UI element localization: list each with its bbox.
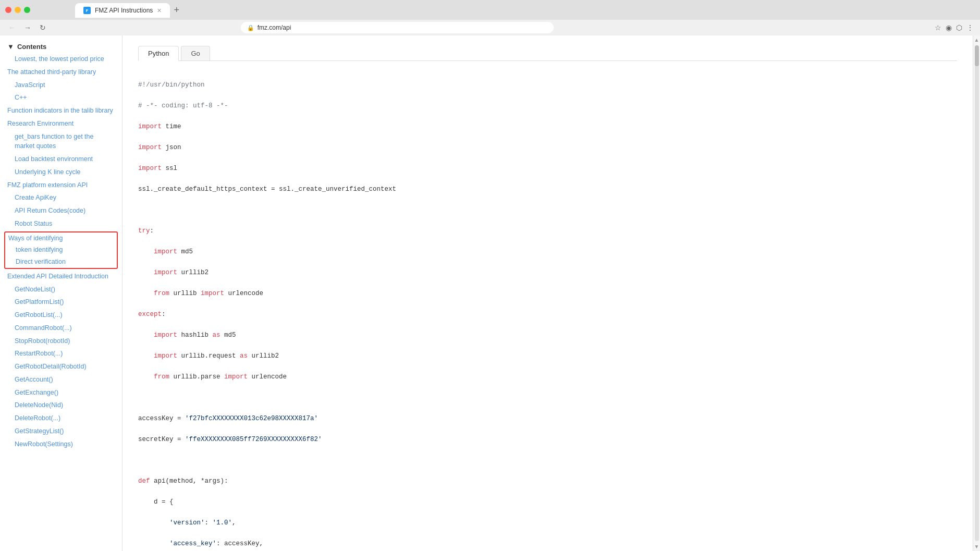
back-button[interactable]: ←	[6, 22, 18, 33]
tab-python[interactable]: Python	[138, 46, 179, 61]
content-area: Python Go #!/usr/bin/python # -*- coding…	[123, 35, 973, 551]
scroll-track	[975, 45, 979, 541]
sidebar-item-direct-verification[interactable]: Direct verification	[5, 256, 117, 268]
active-tab[interactable]: F FMZ API Instructions ×	[75, 3, 170, 18]
import-hashlib: import hashlib as md5	[138, 330, 957, 340]
tab-favicon: F	[83, 7, 91, 14]
d-access-key: 'access_key': accessKey,	[138, 538, 957, 549]
sidebar-item-return-codes[interactable]: API Return Codes(code)	[0, 204, 122, 217]
sidebar-item-newrobot[interactable]: NewRobot(Settings)	[0, 438, 122, 451]
sidebar-item-ways-identifying[interactable]: Ways of identifying	[5, 232, 117, 244]
close-window-button[interactable]	[5, 7, 11, 13]
blank3	[138, 455, 957, 466]
contents-heading: ▼ Contents	[0, 41, 122, 53]
coding-comment: # -*- coding: utf-8 -*-	[138, 101, 957, 111]
tab-close-button[interactable]: ×	[157, 7, 161, 14]
scroll-thumb[interactable]	[975, 45, 979, 66]
contents-label: Contents	[17, 43, 46, 51]
browser-chrome: F FMZ API Instructions × + ← → ↻ 🔒 fmz.c…	[0, 0, 980, 35]
sidebar-item-lowest-price[interactable]: Lowest, the lowest period price	[0, 53, 122, 66]
import-json: import json	[138, 142, 957, 153]
sidebar-item-token-identifying[interactable]: token identifying	[5, 244, 117, 256]
address-bar[interactable]: 🔒 fmz.com/api	[241, 22, 554, 33]
address-bar-row: ← → ↻ 🔒 fmz.com/api ☆ ◉ ⬡ ⋮	[0, 20, 980, 35]
from-urllib: from urllib import urlencode	[138, 288, 957, 299]
sidebar-item-get-bars[interactable]: get_bars function to get the market quot…	[0, 130, 122, 153]
titlebar: F FMZ API Instructions × +	[0, 0, 980, 20]
import-urllib-request: import urllib.request as urllib2	[138, 351, 957, 361]
sidebar-item-extended-api[interactable]: Extended API Detailed Introduction	[0, 270, 122, 283]
contents-arrow: ▼	[7, 43, 14, 51]
sidebar-item-research-environment[interactable]: Research Environment	[0, 117, 122, 130]
sidebar-item-stoprobot[interactable]: StopRobot(robotId)	[0, 335, 122, 348]
sidebar-item-getplatformlist[interactable]: GetPlatformList()	[0, 296, 122, 309]
import-time: import time	[138, 121, 957, 132]
d-dict: d = {	[138, 497, 957, 507]
sidebar-item-deleterobot[interactable]: DeleteRobot(...)	[0, 412, 122, 425]
main-layout: ▼ Contents Lowest, the lowest period pri…	[0, 35, 980, 551]
scroll-down-button[interactable]: ▼	[973, 542, 980, 551]
import-urllib2: import urllib2	[138, 267, 957, 278]
import-md5: import md5	[138, 247, 957, 257]
traffic-lights	[5, 7, 30, 13]
shebang-line: #!/usr/bin/python	[138, 80, 957, 90]
forward-button[interactable]: →	[22, 22, 33, 33]
def-api: def api(method, *args):	[138, 476, 957, 486]
sidebar-item-create-apikey[interactable]: Create ApiKey	[0, 191, 122, 204]
sidebar-item-getstrategylist[interactable]: GetStrategyList()	[0, 425, 122, 438]
maximize-window-button[interactable]	[24, 7, 30, 13]
lang-tabs: Python Go	[138, 46, 957, 61]
try-keyword: try:	[138, 226, 957, 236]
blank2	[138, 393, 957, 403]
sidebar-item-restartrobot[interactable]: RestartRobot(...)	[0, 347, 122, 360]
tab-go[interactable]: Go	[181, 46, 210, 60]
profile-button[interactable]: ◉	[946, 23, 952, 32]
sidebar-item-fmz-extension[interactable]: FMZ platform extension API	[0, 179, 122, 192]
browser-tabs: F FMZ API Instructions × +	[39, 2, 183, 18]
url-text: fmz.com/api	[258, 24, 291, 31]
sidebar: ▼ Contents Lowest, the lowest period pri…	[0, 35, 123, 551]
browser-actions: ☆ ◉ ⬡ ⋮	[935, 23, 974, 32]
scroll-up-button[interactable]: ▲	[973, 35, 980, 44]
menu-button[interactable]: ⋮	[966, 23, 974, 32]
sidebar-item-getexchange[interactable]: GetExchange()	[0, 386, 122, 399]
extension-button[interactable]: ⬡	[956, 23, 962, 32]
refresh-button[interactable]: ↻	[38, 22, 48, 33]
minimize-window-button[interactable]	[15, 7, 21, 13]
new-tab-button[interactable]: +	[170, 3, 184, 18]
lock-icon: 🔒	[247, 25, 254, 31]
sidebar-item-getnodelist[interactable]: GetNodeList()	[0, 283, 122, 296]
sidebar-item-cpp[interactable]: C++	[0, 91, 122, 104]
d-version: 'version': '1.0',	[138, 518, 957, 528]
sidebar-item-getrobotdetail[interactable]: GetRobotDetail(RobotId)	[0, 360, 122, 373]
ssl-context: ssl._create_default_https_context = ssl.…	[138, 184, 957, 194]
sidebar-item-function-indicators[interactable]: Function indicators in the talib library	[0, 104, 122, 117]
sidebar-item-commandrobot[interactable]: CommandRobot(...)	[0, 322, 122, 335]
sidebar-item-k-line[interactable]: Underlying K line cycle	[0, 166, 122, 179]
from-urllib-parse: from urllib.parse import urlencode	[138, 372, 957, 382]
sidebar-item-deletenode[interactable]: DeleteNode(Nid)	[0, 399, 122, 412]
import-ssl: import ssl	[138, 163, 957, 174]
except-keyword: except:	[138, 309, 957, 320]
sidebar-item-load-backtest[interactable]: Load backtest environment	[0, 153, 122, 166]
sidebar-item-getaccount[interactable]: GetAccount()	[0, 373, 122, 386]
scrollbar[interactable]: ▲ ▼	[973, 35, 980, 551]
sidebar-item-getrobotlist[interactable]: GetRobotList(...)	[0, 309, 122, 322]
sidebar-item-javascript[interactable]: JavaScript	[0, 79, 122, 92]
bookmark-button[interactable]: ☆	[935, 23, 941, 32]
blank1	[138, 205, 957, 215]
secret-key: secretKey = 'ffeXXXXXXXX085ff7269XXXXXXX…	[138, 434, 957, 445]
sidebar-item-robot-status[interactable]: Robot Status	[0, 217, 122, 230]
code-block: #!/usr/bin/python # -*- coding: utf-8 -*…	[138, 69, 957, 551]
access-key: accessKey = 'f27bfcXXXXXXXX013c62e98XXXX…	[138, 413, 957, 424]
sidebar-item-third-party[interactable]: The attached third-party library	[0, 66, 122, 79]
tab-title: FMZ API Instructions	[95, 7, 153, 14]
